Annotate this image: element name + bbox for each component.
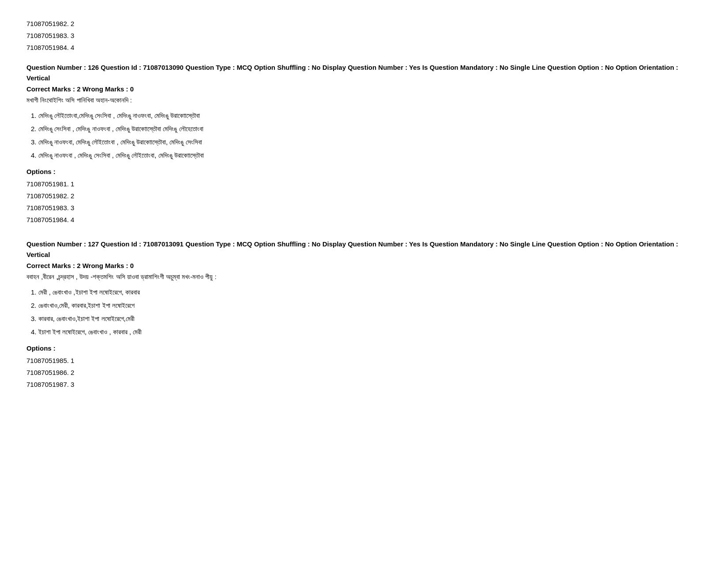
option-id-127-2: 71087051986. 2 — [26, 367, 702, 378]
choice-127-1: 1. মেরী , ঙেবাংখাও ,ইচাশা ইপা লষোইরেগে, … — [31, 287, 702, 298]
choice-127-3: 3. কারবার, ঙেবাংখাও,ইচাশা ইপা লষোইরেগে,ম… — [31, 314, 702, 324]
options-label-127: Options : — [26, 344, 702, 352]
top-option-2: 71087051983. 3 — [26, 30, 702, 42]
choices-list-127: 1. মেরী , ঙেবাংখাও ,ইচাশা ইপা লষোইরেগে, … — [26, 287, 702, 337]
top-option-3: 71087051984. 4 — [26, 42, 702, 53]
choice-127-4: 4. ইচাশা ইপা লষোইরেগে, ঙেবাংখাও , কারবার… — [31, 327, 702, 337]
question-header-126: Question Number : 126 Question Id : 7108… — [26, 62, 702, 83]
options-label-126: Options : — [26, 168, 702, 175]
choice-127-2: 2. ঙেবাংখাও,মেরী, কারবার,ইচাশা ইপা লষোইর… — [31, 300, 702, 311]
marks-127: Correct Marks : 2 Wrong Marks : 0 — [26, 262, 702, 269]
option-id-126-4: 71087051984. 4 — [26, 214, 702, 226]
option-id-127-1: 71087051985. 1 — [26, 355, 702, 367]
choice-126-3: 3. মেদিংঙু নাওফংবা, মেদিংঙু লৌইতোংবা , ম… — [31, 137, 702, 147]
choice-126-4: 4. মেদিংঙু নাওফংবা , মেদিংঙু সেংসিবা , ম… — [31, 150, 702, 161]
choice-126-2: 2. মেদিংঙু সেংসিবা , মেদিংঙু নাওফংবা , ম… — [31, 124, 702, 134]
option-id-126-1: 71087051981. 1 — [26, 178, 702, 190]
option-id-126-3: 71087051983. 3 — [26, 202, 702, 214]
choices-list-126: 1. মেদিংঙু লৌইতোংবা,মেদিংঙু সেংসিবা , মে… — [26, 110, 702, 161]
marks-126: Correct Marks : 2 Wrong Marks : 0 — [26, 85, 702, 93]
option-ids-126: 71087051981. 1 71087051982. 2 7108705198… — [26, 178, 702, 226]
top-options-section: 71087051982. 2 71087051983. 3 7108705198… — [26, 18, 702, 53]
question-block-127: Question Number : 127 Question Id : 7108… — [26, 239, 702, 390]
option-id-127-3: 71087051987. 3 — [26, 378, 702, 390]
choice-126-1: 1. মেদিংঙু লৌইতোংবা,মেদিংঙু সেংসিবা , মে… — [31, 110, 702, 121]
question-block-126: Question Number : 126 Question Id : 7108… — [26, 62, 702, 226]
option-ids-127: 71087051985. 1 71087051986. 2 7108705198… — [26, 355, 702, 390]
question-header-127: Question Number : 127 Question Id : 7108… — [26, 239, 702, 260]
top-option-1: 71087051982. 2 — [26, 18, 702, 30]
question-text-126: মখাগী নিংথোইশিং অসি পানিখিবা অহান-অকোনদি… — [26, 96, 702, 104]
option-id-126-2: 71087051982. 2 — [26, 190, 702, 202]
question-text-127: ববাহন ,বীরেন ,চন্দ্রহাস , উদয় -শক্তমশিং… — [26, 273, 702, 281]
